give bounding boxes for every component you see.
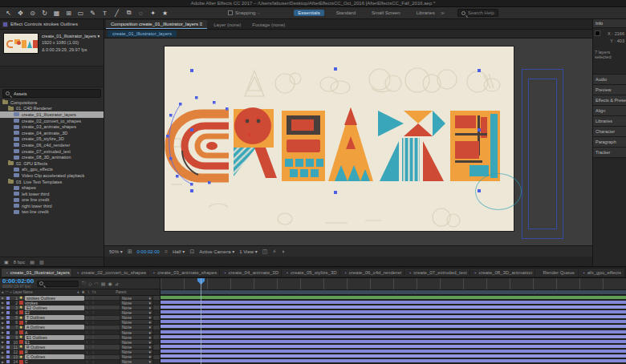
- workspace-tab[interactable]: Small Screen: [368, 10, 404, 16]
- label-color-chip[interactable]: [6, 355, 10, 358]
- time-ruler[interactable]: [161, 278, 626, 290]
- layer-switches[interactable]: ∖ ∖: [86, 321, 118, 325]
- composition-canvas[interactable]: [165, 47, 514, 231]
- composition-mini-flowchart-icon[interactable]: ⎋: [82, 281, 86, 286]
- project-item[interactable]: create_08_3D_animation: [0, 154, 104, 160]
- roi-icon[interactable]: ⊡: [189, 249, 194, 255]
- layer-duration-bar[interactable]: [161, 310, 626, 313]
- panel-section-tab[interactable]: Character: [593, 127, 626, 137]
- layer-duration-bar[interactable]: [161, 340, 626, 343]
- composition-subtab[interactable]: create_01_Illustrator_layers: [108, 30, 177, 37]
- label-color-chip[interactable]: [6, 341, 10, 344]
- timeline-tab[interactable]: Render Queue: [535, 269, 578, 277]
- timeline-search[interactable]: [37, 281, 79, 287]
- audio-icon[interactable]: ◠: [6, 290, 9, 294]
- label-color-chip[interactable]: [6, 321, 10, 324]
- label-color-chip[interactable]: [6, 326, 10, 329]
- panel-section-tab[interactable]: Audio: [593, 75, 626, 85]
- timeline-track-area[interactable]: [161, 278, 626, 364]
- workspace-tab[interactable]: Libraries: [413, 10, 439, 16]
- viewer-tab[interactable]: Composition create_01_Illustrator_layers…: [106, 20, 207, 29]
- panel-section-tab[interactable]: Align: [593, 106, 626, 116]
- panel-section-tab[interactable]: Tracker: [593, 148, 626, 158]
- parent-header[interactable]: Parent: [116, 290, 126, 294]
- label-color-chip[interactable]: [6, 360, 10, 363]
- label-color-chip[interactable]: [6, 331, 10, 334]
- exposure-icon[interactable]: ◑: [281, 249, 284, 254]
- layer-duration-bar[interactable]: [161, 354, 626, 358]
- layer-name-header[interactable]: Layer Name: [13, 290, 75, 294]
- panel-section-tab[interactable]: Libraries: [593, 116, 626, 127]
- layer-switches[interactable]: ∖ ∖: [86, 301, 118, 305]
- tool-button[interactable]: ✥: [15, 9, 26, 18]
- project-search-input[interactable]: [12, 91, 76, 97]
- workspace-tab[interactable]: Standard: [332, 10, 360, 16]
- timeline-tab[interactable]: ▪ create_01_Illustrator_layers: [2, 269, 71, 277]
- camera-dropdown[interactable]: Active Camera ▾: [199, 249, 234, 254]
- snapping-toggle[interactable]: Snapping ⌐: [228, 10, 260, 15]
- project-item[interactable]: right lower third: [0, 203, 104, 209]
- twirl-arrow-icon[interactable]: ▶: [2, 316, 5, 320]
- tool-button[interactable]: ★: [160, 9, 170, 18]
- timeline-tab[interactable]: ▪ afx_gpu_effects: [579, 269, 624, 277]
- layer-switches[interactable]: ∖ ∖: [86, 305, 118, 309]
- layer-duration-bar[interactable]: [161, 320, 626, 323]
- tool-button[interactable]: ▭: [75, 9, 86, 18]
- layer-duration-bar[interactable]: [161, 335, 626, 338]
- layer-name[interactable]: T Outlines: [25, 315, 84, 320]
- layer-duration-bar[interactable]: [161, 350, 626, 353]
- project-item[interactable]: 03. Live Text Templates: [0, 179, 104, 185]
- layer-duration-bar[interactable]: [161, 359, 626, 362]
- workspace-tab[interactable]: Essentials: [294, 10, 323, 16]
- twirl-arrow-icon[interactable]: ▶: [2, 301, 5, 305]
- new-folder-icon[interactable]: ▤: [30, 259, 35, 265]
- project-item[interactable]: create_06_c4d_renderer: [0, 142, 104, 148]
- layer-switches[interactable]: ∖ ∖: [86, 316, 118, 320]
- layer-name[interactable]: C Outlines: [25, 354, 84, 359]
- twirl-arrow-icon[interactable]: ▶: [2, 326, 5, 330]
- project-item[interactable]: Video Clip accelerated playback: [0, 172, 104, 179]
- label-color-chip[interactable]: [6, 297, 10, 300]
- project-item[interactable]: one line credit: [0, 197, 104, 204]
- current-timecode[interactable]: 0:00:02:00: [2, 278, 34, 285]
- layer-switches[interactable]: ∖ ∖: [86, 355, 118, 359]
- parent-dropdown[interactable]: None▾: [120, 358, 153, 364]
- layer-switches[interactable]: ∖ ∖: [86, 296, 118, 300]
- timeline-tab[interactable]: ▪ create_05_stylize_3D: [282, 269, 339, 277]
- timeline-tab[interactable]: ▪ create_02_convert_to_shapes: [72, 269, 148, 277]
- bit-depth-label[interactable]: 8 bpc: [14, 260, 26, 265]
- project-item[interactable]: create_01_Illustrator_layers: [0, 111, 104, 118]
- layer-name[interactable]: E1: [25, 340, 84, 345]
- layer-name[interactable]: A Outlines: [25, 325, 84, 330]
- frame-blend-icon[interactable]: ▤: [101, 281, 106, 286]
- layer-row[interactable]: ▶ 14 C ∖ ∖ None▾: [0, 360, 160, 364]
- tool-button[interactable]: ▦: [51, 9, 62, 18]
- twirl-arrow-icon[interactable]: ▶: [2, 355, 5, 359]
- project-item[interactable]: shapes: [0, 184, 104, 191]
- shy-layers-icon[interactable]: ◠: [95, 281, 99, 286]
- label-color-chip[interactable]: [6, 301, 10, 305]
- lock-icon[interactable]: ▪: [10, 290, 12, 294]
- twirl-arrow-icon[interactable]: ▶: [2, 350, 5, 354]
- layer-switches[interactable]: ∖ ∖: [86, 350, 118, 354]
- project-item[interactable]: 01. C4D Renderer: [0, 106, 104, 112]
- twirl-arrow-icon[interactable]: ▶: [2, 335, 5, 339]
- timeline-tab[interactable]: ▪ create_07_extruded_text: [404, 269, 469, 277]
- pixel-aspect-icon[interactable]: ◫: [262, 249, 268, 255]
- resolution-dropdown[interactable]: Half ▾: [173, 249, 185, 254]
- twirl-arrow-icon[interactable]: ▶: [2, 340, 5, 344]
- viewer-tab[interactable]: Footage (none): [247, 21, 290, 29]
- workspace-overflow-icon[interactable]: ≫: [441, 10, 445, 15]
- snapshot-icon[interactable]: ⌗: [165, 249, 168, 255]
- twirl-arrow-icon[interactable]: ▶: [2, 345, 5, 349]
- timeline-tab[interactable]: ▪ create_08_3D_animation: [470, 269, 535, 277]
- layer-name[interactable]: E1 Outlines: [25, 335, 84, 340]
- twirl-arrow-icon[interactable]: ▶: [2, 305, 5, 309]
- magnification-dropdown[interactable]: 50% ▾: [109, 249, 123, 254]
- twirl-arrow-icon[interactable]: ▶: [2, 321, 5, 325]
- twirl-arrow-icon[interactable]: ▶: [2, 310, 5, 314]
- graph-editor-icon[interactable]: ⊿: [115, 281, 119, 286]
- twirl-arrow-icon[interactable]: ▶: [2, 330, 5, 334]
- timeline-tab[interactable]: ▪ create_06_c4d_renderer: [340, 269, 404, 277]
- fast-previews-icon[interactable]: ⚡: [272, 249, 276, 255]
